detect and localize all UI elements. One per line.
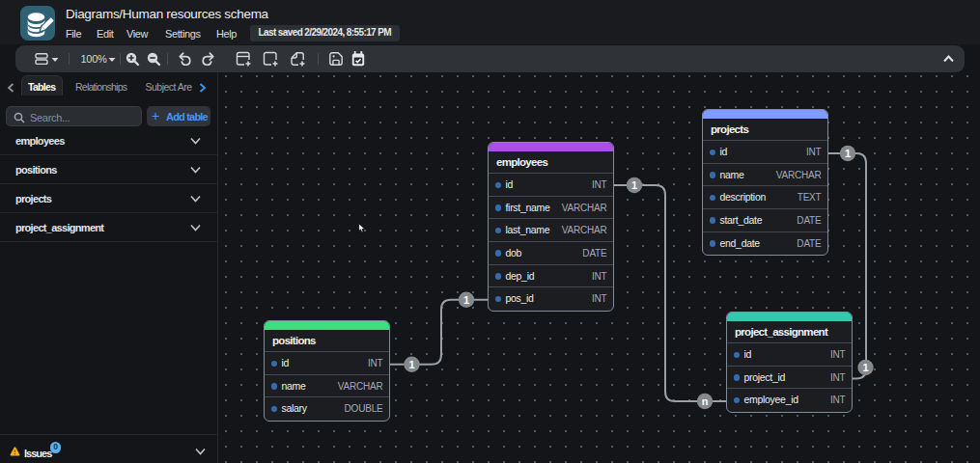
- svg-text:n: n: [702, 395, 709, 407]
- svg-text:1: 1: [408, 359, 414, 370]
- svg-text:1: 1: [862, 362, 868, 373]
- svg-text:1: 1: [463, 294, 469, 306]
- svg-text:1: 1: [845, 148, 851, 159]
- svg-text:1: 1: [631, 179, 637, 191]
